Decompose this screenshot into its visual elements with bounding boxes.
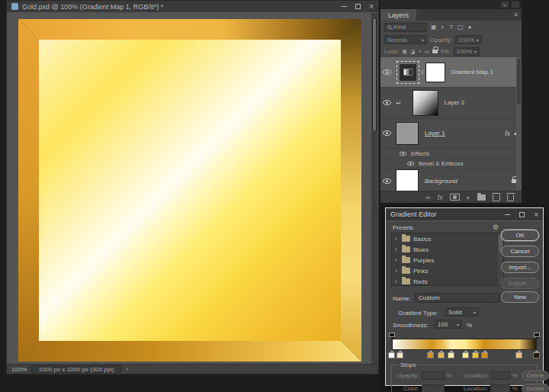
color-stop[interactable] xyxy=(427,352,434,358)
canvas-pasteboard[interactable] xyxy=(7,12,378,365)
opacity-stop[interactable] xyxy=(534,333,540,337)
tab-layers[interactable]: Layers xyxy=(380,9,416,21)
document-titlebar[interactable]: Gold.psd @ 100% (Gradient Map 1, RGB/8*)… xyxy=(7,1,378,12)
dialog-buttons: OK Cancel Import... Export... xyxy=(501,230,539,294)
preset-folder-basics[interactable]: › Basics xyxy=(392,233,503,244)
layer-name[interactable]: Background xyxy=(425,178,458,185)
photoshop-workspace: Gold.psd @ 100% (Gradient Map 1, RGB/8*)… xyxy=(0,0,549,392)
layer-name[interactable]: Layer 1 xyxy=(425,130,445,137)
filter-smart-object-icon[interactable]: ● xyxy=(468,24,472,31)
gradient-type-select[interactable]: Solid ▾ xyxy=(445,307,479,316)
color-stop[interactable] xyxy=(388,352,395,358)
visibility-eye-icon[interactable] xyxy=(383,69,391,75)
lock-all-icon[interactable] xyxy=(432,50,438,53)
color-stop[interactable] xyxy=(481,352,488,358)
preset-folder-blues[interactable]: › Blues xyxy=(392,244,503,255)
layer-row-layer1[interactable]: Layer 1 fx ▴ xyxy=(380,118,522,149)
layer-name[interactable]: Layer 2 xyxy=(445,99,465,106)
color-stop[interactable] xyxy=(533,352,540,358)
filter-pixel-icon[interactable]: ▣ xyxy=(431,24,437,31)
canvas-vertical-scrollbar[interactable] xyxy=(371,13,377,365)
minimize-icon[interactable] xyxy=(342,6,347,7)
fill-value-box[interactable]: 100% ▾ xyxy=(454,47,480,56)
lock-transparency-icon[interactable]: ▦ xyxy=(402,49,407,55)
color-stop[interactable] xyxy=(438,352,445,358)
expander-icon[interactable]: › xyxy=(395,246,399,253)
bevel-emboss-row[interactable]: Bevel & Emboss xyxy=(380,159,522,169)
expander-icon[interactable]: › xyxy=(395,256,399,264)
layers-scrollbar[interactable] xyxy=(516,57,522,191)
link-layers-icon[interactable]: ∞ xyxy=(425,194,430,201)
delete-layer-icon[interactable] xyxy=(507,194,514,201)
expander-icon[interactable]: › xyxy=(395,278,399,285)
layer-style-fx-icon[interactable]: fx xyxy=(438,194,443,201)
close-icon[interactable]: × xyxy=(369,3,374,11)
color-stop[interactable] xyxy=(396,352,403,358)
close-icon[interactable]: × xyxy=(534,211,538,219)
filter-adjustment-icon[interactable]: ◐ xyxy=(441,24,445,31)
layer-thumbnail-white[interactable] xyxy=(396,169,419,191)
add-mask-icon[interactable] xyxy=(450,194,460,201)
scrollbar-thumb[interactable] xyxy=(517,59,521,104)
folder-icon xyxy=(402,278,410,284)
color-stop[interactable] xyxy=(472,352,479,358)
mask-link-icon[interactable]: ∞ xyxy=(419,70,425,75)
visibility-eye-icon[interactable] xyxy=(400,151,406,156)
export-button: Export... xyxy=(501,278,539,289)
layer-row-gradient-map[interactable]: ∞ Gradient Map 1 xyxy=(380,57,522,88)
layer-name[interactable]: Gradient Map 1 xyxy=(451,69,493,76)
color-stop[interactable] xyxy=(515,352,522,358)
lock-position-icon[interactable]: + xyxy=(418,49,421,54)
collapse-dock-icon[interactable]: » xyxy=(501,2,509,8)
visibility-eye-icon[interactable] xyxy=(383,100,391,105)
import-button[interactable]: Import... xyxy=(501,262,539,273)
name-input[interactable]: Custom xyxy=(415,293,500,303)
minimize-icon[interactable] xyxy=(505,214,510,215)
maximize-icon[interactable] xyxy=(519,212,525,217)
layer-mask-thumbnail[interactable] xyxy=(425,63,445,82)
effects-row[interactable]: Effects xyxy=(380,149,522,159)
preset-folder-pinks[interactable]: › Pinks xyxy=(392,265,503,276)
gradient-bar[interactable] xyxy=(392,339,537,350)
layer-filter-kind[interactable]: Kind xyxy=(384,23,427,32)
fx-badge-icon[interactable]: fx xyxy=(505,130,510,137)
opacity-stop[interactable] xyxy=(389,333,395,337)
filter-type-icon[interactable]: T xyxy=(449,24,453,31)
new-group-icon[interactable] xyxy=(477,194,486,201)
visibility-eye-icon[interactable] xyxy=(383,178,391,184)
canvas-gold-image[interactable] xyxy=(18,19,361,361)
ok-button[interactable]: OK xyxy=(501,230,539,241)
opacity-value-box[interactable]: 100% ▾ xyxy=(455,35,481,44)
expander-icon[interactable]: › xyxy=(395,235,399,243)
new-button[interactable]: New xyxy=(501,291,539,303)
smoothness-input[interactable]: 100 ▾ xyxy=(435,320,462,329)
layer-row-background[interactable]: Background xyxy=(380,169,522,191)
preset-folder-purples[interactable]: › Purples xyxy=(392,255,503,265)
new-layer-icon[interactable] xyxy=(493,193,500,201)
scrollbar-thumb[interactable] xyxy=(372,18,377,132)
blend-mode-select[interactable]: Normal ▾ xyxy=(384,35,427,44)
layer-thumbnail-gray[interactable] xyxy=(396,122,419,145)
preset-folder-reds[interactable]: › Reds xyxy=(392,276,503,286)
expander-icon[interactable]: › xyxy=(395,267,399,275)
maximize-icon[interactable] xyxy=(355,4,361,9)
cancel-button[interactable]: Cancel xyxy=(501,246,539,257)
new-adjustment-icon[interactable]: ◐ xyxy=(467,194,470,201)
color-stop[interactable] xyxy=(448,352,454,358)
gear-icon[interactable]: ⚙ xyxy=(493,223,499,231)
lock-paint-icon[interactable]: ◪ xyxy=(410,49,416,55)
gradient-map-thumbnail[interactable] xyxy=(400,64,416,81)
visibility-eye-icon[interactable] xyxy=(383,130,391,136)
filter-shape-icon[interactable]: ▢ xyxy=(458,24,464,31)
dialog-titlebar[interactable]: Gradient Editor × xyxy=(386,208,543,221)
layer-row-layer2[interactable]: ↵ Layer 2 xyxy=(380,88,522,118)
layer-thumbnail-gradient[interactable] xyxy=(413,90,438,116)
color-stop[interactable] xyxy=(462,352,469,358)
dock-options-icon[interactable] xyxy=(512,2,519,8)
zoom-level[interactable]: 100% xyxy=(11,366,27,373)
status-chevron-icon[interactable]: › xyxy=(126,365,128,373)
visibility-eye-icon[interactable] xyxy=(407,161,414,165)
opacity-value: 100% xyxy=(458,37,474,43)
lock-artboard-icon[interactable]: ▭ xyxy=(424,49,429,55)
panel-menu-icon[interactable]: ≡ xyxy=(514,11,518,18)
